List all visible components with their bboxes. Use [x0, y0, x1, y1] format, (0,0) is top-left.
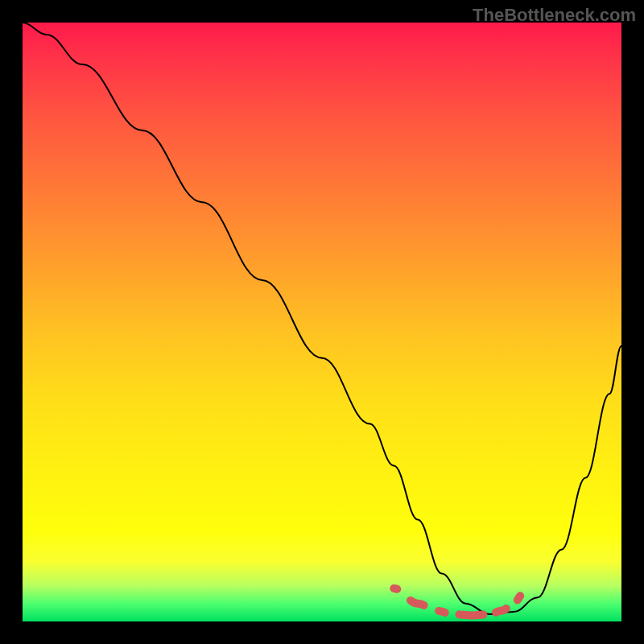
watermark-text: TheBottleneck.com [473, 5, 636, 26]
plot-background [23, 23, 621, 621]
chart-container: TheBottleneck.com [0, 0, 644, 644]
